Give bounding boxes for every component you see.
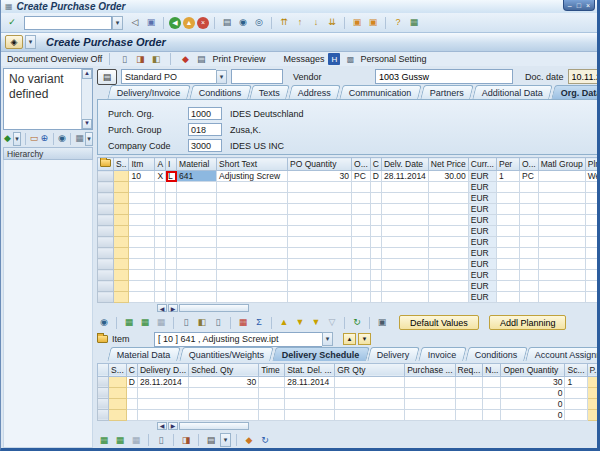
cell-req[interactable]: [455, 376, 483, 387]
column-header-req[interactable]: Req...: [455, 363, 483, 376]
cell-plnt[interactable]: [585, 248, 600, 259]
cell-sq[interactable]: [189, 398, 259, 409]
cell-c[interactable]: [370, 182, 381, 193]
cell-matl_group[interactable]: [538, 226, 585, 237]
cell-o1[interactable]: [352, 204, 371, 215]
exit-circle-icon[interactable]: ▲: [183, 17, 195, 29]
column-header-i[interactable]: I: [166, 158, 177, 171]
column-header-selc[interactable]: [98, 158, 114, 171]
cell-plnt[interactable]: [585, 259, 600, 270]
detail-tab-quantities-weights[interactable]: Quantities/Weights: [179, 347, 274, 361]
cell-sq[interactable]: [189, 409, 259, 420]
cell-a[interactable]: [155, 215, 166, 226]
cell-itm[interactable]: [129, 215, 155, 226]
cell-per[interactable]: [496, 281, 519, 292]
cell-material[interactable]: [177, 204, 217, 215]
cell-per[interactable]: [496, 248, 519, 259]
cell-delv_date[interactable]: [381, 182, 428, 193]
delete-block-icon[interactable]: ▦: [236, 316, 250, 330]
cell-i[interactable]: [166, 281, 177, 292]
cell-material[interactable]: [177, 292, 217, 303]
grid-row[interactable]: EUR: [98, 215, 600, 226]
cell-sq[interactable]: 30: [189, 376, 259, 387]
cell-n[interactable]: [483, 409, 501, 420]
cell-c[interactable]: D: [126, 376, 137, 387]
cell-plnt[interactable]: [585, 237, 600, 248]
close-button[interactable]: ×: [586, 2, 590, 9]
layout-icon-dropdown[interactable]: ▾: [85, 132, 93, 146]
hscroll-thumb[interactable]: [179, 304, 249, 312]
cell-st[interactable]: [114, 171, 129, 182]
column-header-gr[interactable]: GR Qty: [335, 363, 405, 376]
cell-st[interactable]: [114, 259, 129, 270]
cell-p[interactable]: [587, 409, 600, 420]
cell-plnt[interactable]: [585, 193, 600, 204]
variant-icon[interactable]: ◆: [3, 132, 12, 146]
cell-i[interactable]: [166, 215, 177, 226]
item-gray-icon[interactable]: ▦: [129, 433, 143, 447]
delete-schedule-icon[interactable]: ▯: [154, 433, 168, 447]
cell-po_qty[interactable]: [288, 292, 352, 303]
cell-gr[interactable]: [335, 387, 405, 398]
column-header-time[interactable]: Time: [259, 363, 285, 376]
grid-row[interactable]: EUR: [98, 259, 600, 270]
next-item-button[interactable]: ▼: [358, 333, 371, 345]
cell-selc[interactable]: [98, 387, 109, 398]
cell-o1[interactable]: [352, 215, 371, 226]
detail-tab-delivery-schedule[interactable]: Delivery Schedule: [272, 347, 369, 361]
cell-per[interactable]: [496, 182, 519, 193]
find-next-icon[interactable]: ◎: [252, 16, 266, 30]
cell-delv_date[interactable]: [381, 270, 428, 281]
cell-matl_group[interactable]: [538, 171, 585, 182]
cell-selc[interactable]: [98, 292, 114, 303]
messages-button[interactable]: Messages: [283, 54, 324, 64]
cell-oq[interactable]: 0: [501, 409, 565, 420]
cell-itm[interactable]: [129, 182, 155, 193]
cell-po_qty[interactable]: [288, 226, 352, 237]
cell-dd[interactable]: 28.11.2014: [137, 376, 188, 387]
column-header-o2[interactable]: O...: [519, 158, 538, 171]
cell-c[interactable]: D: [370, 171, 381, 182]
item-select-dropdown[interactable]: ▾: [322, 332, 333, 346]
cell-material[interactable]: [177, 248, 217, 259]
new-session-icon[interactable]: ▣: [350, 16, 364, 30]
cell-a[interactable]: [155, 248, 166, 259]
cell-o1[interactable]: [352, 259, 371, 270]
cell-short_text[interactable]: [217, 215, 288, 226]
cell-c[interactable]: [370, 237, 381, 248]
cell-per[interactable]: [496, 292, 519, 303]
variant-scrollbar[interactable]: ▲ ▼: [81, 69, 92, 129]
cell-selc[interactable]: [98, 215, 114, 226]
create-shortcut-icon[interactable]: ▣: [366, 16, 380, 30]
cell-sd[interactable]: [285, 409, 335, 420]
cell-matl_group[interactable]: [538, 270, 585, 281]
cell-st[interactable]: [109, 398, 127, 409]
cell-po_qty[interactable]: [288, 193, 352, 204]
cell-o1[interactable]: [352, 270, 371, 281]
back-arrow-icon[interactable]: ◁: [128, 16, 142, 30]
cell-net_price[interactable]: [428, 182, 468, 193]
cell-st[interactable]: [114, 237, 129, 248]
cell-po_qty[interactable]: [288, 270, 352, 281]
cell-curr[interactable]: EUR: [468, 281, 496, 292]
cell-a[interactable]: [155, 270, 166, 281]
cell-delv_date[interactable]: [381, 248, 428, 259]
item-copy-icon[interactable]: ▦: [138, 316, 152, 330]
cell-selc[interactable]: [98, 409, 109, 420]
column-header-sd[interactable]: Stat. Del. ...: [285, 363, 335, 376]
cell-itm[interactable]: [129, 204, 155, 215]
cell-matl_group[interactable]: [538, 182, 585, 193]
hscroll-thumb[interactable]: [179, 422, 249, 430]
cell-matl_group[interactable]: [538, 204, 585, 215]
cell-c[interactable]: [370, 226, 381, 237]
cell-delv_date[interactable]: [381, 292, 428, 303]
column-header-oq[interactable]: Open Quantity: [501, 363, 565, 376]
cell-per[interactable]: [496, 259, 519, 270]
previous-item-button[interactable]: ▲: [343, 333, 356, 345]
cell-curr[interactable]: EUR: [468, 248, 496, 259]
column-header-plnt[interactable]: Plnt: [585, 158, 600, 171]
cell-po_qty[interactable]: 30: [288, 171, 352, 182]
cell-i[interactable]: [166, 182, 177, 193]
print-preview-icon[interactable]: ▤: [194, 52, 208, 66]
cell-po_qty[interactable]: [288, 281, 352, 292]
